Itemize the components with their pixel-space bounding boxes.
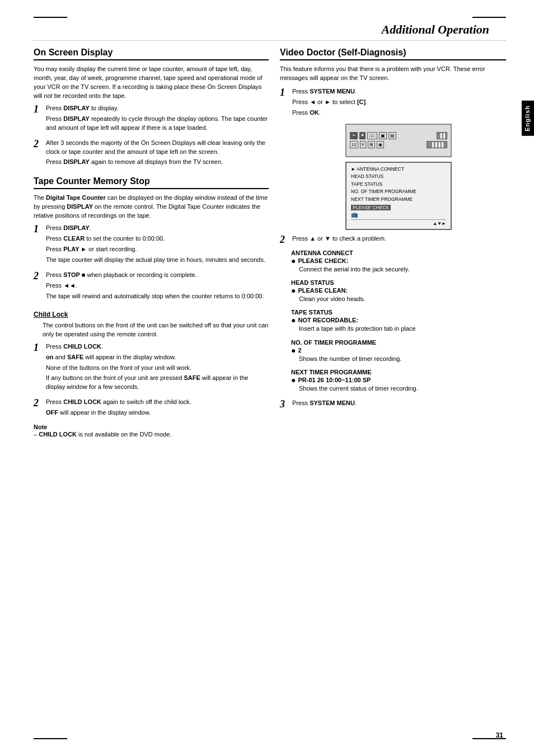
head-status-section: HEAD STATUS ● PLEASE CLEAN: Clean your v… bbox=[291, 279, 506, 303]
cl-s2-line2: OFF will appear in the display window. bbox=[46, 408, 269, 417]
cl-s2-bold2: OFF bbox=[46, 409, 58, 416]
osd-s1-text1b: to display. bbox=[90, 105, 119, 111]
cl-s2-text2b: will appear in the display window. bbox=[58, 409, 151, 416]
head-bullet-dot: ● bbox=[291, 287, 296, 294]
cl-s1-text4: If any buttons on the front of your unit… bbox=[46, 374, 184, 381]
cl-s1-text2b: and bbox=[53, 354, 67, 360]
cl-s1-line1: Press CHILD LOCK. bbox=[46, 342, 269, 351]
cl-s1-line3: None of the buttons on the front of your… bbox=[46, 364, 269, 373]
osd-icon9: ⊞ bbox=[368, 141, 375, 148]
tc-s2-text1b: when playback or recording is complete. bbox=[85, 271, 196, 278]
next-timer-bullet: ● PR-01 26 10:00~11:00 SP bbox=[291, 377, 506, 384]
child-lock-intro: The control buttons on the front of the … bbox=[34, 321, 269, 339]
osd-step2-number: 2 bbox=[34, 139, 43, 149]
next-timer-bullet-label: PR-01 26 10:00~11:00 SP bbox=[298, 377, 371, 383]
page: English Additional Operation On Screen D… bbox=[0, 0, 534, 756]
vd-s3-bold: SYSTEM MENU bbox=[310, 400, 355, 406]
menu-item-5: NEXT TIMER PROGRAMME bbox=[351, 196, 446, 204]
on-screen-display-title: On Screen Display bbox=[34, 48, 269, 60]
osd-step2-line2: Press DISPLAY again to remove all displa… bbox=[46, 158, 269, 167]
menu-tv-icon: 📺 bbox=[351, 212, 358, 218]
osd-step2: 2 After 3 seconds the majority of the On… bbox=[34, 139, 269, 169]
osd-step1-content: Press DISPLAY to display. Press DISPLAY … bbox=[46, 104, 269, 134]
osd-s1-text2: Press bbox=[46, 115, 63, 122]
on-screen-display-intro: You may easily display the current time … bbox=[34, 65, 269, 101]
tape-counter-section: Tape Counter Memory Stop The Digital Tap… bbox=[34, 176, 269, 302]
video-doctor-section: Video Doctor (Self-Diagnosis) This featu… bbox=[280, 48, 506, 409]
menu-item-1: ► ANTENNA CONNECT bbox=[351, 166, 446, 173]
next-timer-section: NEXT TIMER PROGRAMME ● PR-01 26 10:00~11… bbox=[291, 369, 506, 393]
osd-intro-text: You may easily display the current time … bbox=[34, 65, 262, 99]
osd-icons-area: 📼 ★ □□ ▣ ▤ ▐▐ 12 ≡ ⊞ ◉ bbox=[346, 130, 451, 151]
vd-s1-line1: Press SYSTEM MENU. bbox=[292, 87, 506, 96]
menu-item-3: TAPE STATUS bbox=[351, 181, 446, 189]
head-bullet1-label: PLEASE CLEAN: bbox=[298, 287, 348, 294]
top-line-left bbox=[34, 17, 67, 18]
note-bold: CHILD LOCK bbox=[39, 431, 77, 438]
child-lock-note: Note – CHILD LOCK is not available on th… bbox=[34, 424, 269, 439]
antenna-bullet1-label: PLEASE CHECK: bbox=[298, 257, 348, 264]
vd-s3-line1: Press SYSTEM MENU. bbox=[292, 399, 506, 408]
cl-s1-bold1: CHILD LOCK bbox=[63, 343, 101, 350]
tape-bullet1-desc: Insert a tape with its protection tab in… bbox=[299, 325, 506, 333]
vd-s3-text1: Press bbox=[292, 400, 310, 406]
osd-row2: 12 ≡ ⊞ ◉ ▐▐▐▐ bbox=[350, 141, 447, 148]
tc-step1-content: Press DISPLAY. Press CLEAR to set the co… bbox=[46, 224, 269, 266]
next-timer-desc: Shows the current status of timer record… bbox=[299, 384, 506, 393]
tc-s2-line3: The tape will rewind and automatically s… bbox=[46, 292, 269, 301]
bottom-line-left bbox=[34, 738, 67, 739]
antenna-bullet1: ● PLEASE CHECK: bbox=[291, 257, 506, 265]
menu-highlight-row: PLEASE CHECK bbox=[351, 205, 446, 210]
cl-step2-content: Press CHILD LOCK again to switch off the… bbox=[46, 398, 269, 419]
menu-tv-icon-row: 📺 bbox=[351, 212, 446, 218]
vd-s1-text1b: . bbox=[355, 88, 357, 95]
menu-item-4: NO. OF TIMER PROGRAMME bbox=[351, 188, 446, 196]
tc-intro-bold2: DISPLAY bbox=[67, 203, 93, 210]
tape-bullet1: ● NOT RECORDABLE: bbox=[291, 317, 506, 324]
cl-s2-text1: Press bbox=[46, 398, 63, 405]
tc-step1: 1 Press DISPLAY. Press CLEAR to set the … bbox=[34, 224, 269, 266]
tc-s1-text3: Press bbox=[46, 246, 63, 252]
vd-s1-bold1: SYSTEM MENU bbox=[310, 88, 355, 95]
cl-s2-bold1: CHILD LOCK bbox=[63, 398, 101, 405]
osd-step1: 1 Press DISPLAY to display. Press DISPLA… bbox=[34, 104, 269, 134]
vd-s1-text3: Press bbox=[292, 109, 310, 116]
note-after: is not available on the DVD mode. bbox=[77, 431, 171, 438]
tc-s2-text2: Press bbox=[46, 282, 63, 289]
note-label: Note bbox=[34, 424, 47, 430]
note-text: – CHILD LOCK is not available on the DVD… bbox=[34, 430, 269, 439]
child-lock-section: Child Lock The control buttons on the fr… bbox=[34, 311, 269, 439]
bullet-dot1: ● bbox=[291, 257, 296, 265]
tc-s1-text3b: or start recording. bbox=[87, 246, 137, 252]
cl-s2-text1b: again to switch off the child lock. bbox=[101, 398, 191, 405]
osd-top-box: 📼 ★ □□ ▣ ▤ ▐▐ 12 ≡ ⊞ ◉ bbox=[345, 124, 452, 157]
osd-s2-bold: DISPLAY bbox=[63, 158, 90, 165]
osd-display-container: 📼 ★ □□ ▣ ▤ ▐▐ 12 ≡ ⊞ ◉ bbox=[291, 124, 506, 230]
osd-icon6: ▐▐ bbox=[437, 132, 447, 139]
osd-icon7: 12 bbox=[350, 141, 358, 148]
bottom-line-right bbox=[472, 738, 506, 739]
no-timer-dot: ● bbox=[291, 346, 296, 354]
tc-s2-text2b: . bbox=[76, 282, 77, 289]
right-column: Video Doctor (Self-Diagnosis) This featu… bbox=[280, 48, 506, 443]
osd-step1-line1: Press DISPLAY to display. bbox=[46, 104, 269, 113]
cl-step2-number: 2 bbox=[34, 398, 43, 408]
cl-s1-bold3: SAFE bbox=[67, 354, 83, 360]
vd-s1-line3: Press OK. bbox=[292, 109, 506, 118]
cl-step1-number: 1 bbox=[34, 342, 43, 353]
tc-s1-bold2: CLEAR bbox=[63, 235, 85, 242]
osd-icon5: ▤ bbox=[388, 132, 396, 139]
no-timer-bullet: ● 2 bbox=[291, 347, 506, 354]
top-line-right bbox=[472, 17, 506, 18]
next-timer-title: NEXT TIMER PROGRAMME bbox=[291, 369, 506, 375]
osd-icon3: □□ bbox=[367, 132, 377, 139]
osd-icon1: 📼 bbox=[350, 132, 358, 139]
vd-step3-content: Press SYSTEM MENU. bbox=[292, 399, 506, 410]
tc-s2-line2: Press ◄◄. bbox=[46, 281, 269, 290]
menu-footer: ▲▼► bbox=[351, 219, 446, 226]
cl-s1-text2c: will appear in the display window. bbox=[83, 354, 176, 360]
vd-s1-bold3: OK bbox=[310, 109, 319, 116]
cl-s1-text1b: . bbox=[101, 343, 103, 350]
vd-s2-line1: Press ▲ or ▼ to check a problem. bbox=[292, 234, 506, 243]
vd-step2-number: 2 bbox=[280, 234, 289, 245]
